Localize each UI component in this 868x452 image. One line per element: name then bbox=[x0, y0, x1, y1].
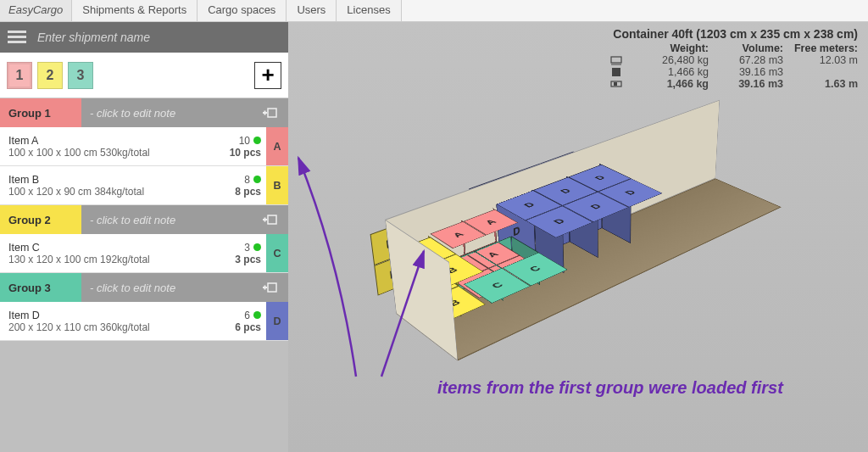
group-tab-1[interactable]: 1 bbox=[7, 62, 32, 89]
item-dims: 100 x 120 x 90 cm 384kg/total bbox=[8, 186, 212, 198]
stat-free bbox=[790, 66, 858, 78]
item-count: 8 bbox=[244, 174, 250, 186]
annotation-text: items from the first group were loaded f… bbox=[437, 378, 783, 398]
shipment-bar: Enter shipment name bbox=[0, 22, 288, 53]
item-main[interactable]: Item C130 x 120 x 100 cm 192kg/total bbox=[0, 234, 220, 272]
group-header: Group 1- click to edit note bbox=[0, 98, 288, 127]
item-count: 6 bbox=[244, 310, 250, 321]
item-count: 10 bbox=[239, 135, 250, 147]
svg-rect-0 bbox=[8, 31, 26, 33]
status-dot-icon bbox=[253, 243, 261, 251]
svg-rect-6 bbox=[268, 215, 276, 224]
stat-weight: 26,480 kg bbox=[632, 54, 709, 66]
scene-3d: BBBBBBBBAAAAAAAAAAAACCCCDDDDDDDDDDDD bbox=[407, 141, 814, 412]
item-dims: 200 x 120 x 110 cm 360kg/total bbox=[8, 321, 212, 333]
svg-rect-15 bbox=[612, 68, 620, 76]
item-count: 3 bbox=[244, 242, 250, 254]
item-pcs: 10 pcs bbox=[230, 147, 261, 159]
group-title[interactable]: Group 2 bbox=[0, 205, 81, 234]
svg-rect-13 bbox=[611, 57, 621, 63]
group-note-input[interactable]: - click to edit note bbox=[81, 273, 254, 302]
nav-item-users[interactable]: Users bbox=[287, 0, 337, 21]
stat-capacity-icon bbox=[607, 54, 626, 66]
group-add-item-button[interactable] bbox=[254, 273, 288, 302]
container-title: Container 40ft (1203 cm x 235 cm x 238 c… bbox=[607, 27, 858, 41]
item-dims: 130 x 120 x 100 cm 192kg/total bbox=[8, 254, 212, 265]
viewport-3d[interactable]: Container 40ft (1203 cm x 235 cm x 238 c… bbox=[288, 22, 868, 452]
stat-weight: 1,466 kg bbox=[632, 66, 709, 78]
item-qty: 66 pcs bbox=[220, 302, 266, 340]
item-name: Item A bbox=[8, 135, 212, 147]
group-tab-2[interactable]: 2 bbox=[37, 62, 63, 89]
group-header: Group 3- click to edit note bbox=[0, 273, 288, 302]
item-row[interactable]: Item D200 x 120 x 110 cm 360kg/total66 p… bbox=[0, 302, 288, 341]
status-dot-icon bbox=[253, 137, 261, 144]
item-row[interactable]: Item A100 x 100 x 100 cm 530kg/total1010… bbox=[0, 127, 288, 166]
group-add-item-button[interactable] bbox=[254, 98, 288, 127]
group-title[interactable]: Group 3 bbox=[0, 273, 81, 302]
nav-item-shipments-reports[interactable]: Shipments & Reports bbox=[72, 0, 198, 21]
item-pcs: 3 pcs bbox=[235, 254, 261, 265]
shipment-name-input[interactable]: Enter shipment name bbox=[34, 31, 288, 44]
stat-volume: 67.28 m3 bbox=[715, 54, 783, 66]
item-qty: 33 pcs bbox=[220, 234, 266, 272]
status-dot-icon bbox=[253, 176, 261, 183]
item-row[interactable]: Item C130 x 120 x 100 cm 192kg/total33 p… bbox=[0, 234, 288, 273]
group-tab-3[interactable]: 3 bbox=[68, 62, 93, 89]
group-tabs-row: 123 + bbox=[0, 53, 288, 98]
item-pcs: 8 pcs bbox=[235, 186, 261, 198]
item-qty: 88 pcs bbox=[220, 166, 266, 204]
svg-rect-3 bbox=[268, 109, 276, 117]
status-dot-icon bbox=[253, 311, 261, 319]
brand-label: EasyCargo bbox=[0, 0, 72, 21]
stat-weight: 1,466 kg bbox=[632, 78, 709, 90]
item-dims: 100 x 100 x 100 cm 530kg/total bbox=[8, 147, 212, 159]
group-add-item-button[interactable] bbox=[254, 205, 288, 234]
group-header: Group 2- click to edit note bbox=[0, 205, 288, 234]
group-title[interactable]: Group 1 bbox=[0, 98, 81, 127]
item-name: Item B bbox=[8, 174, 212, 186]
item-tag[interactable]: B bbox=[266, 166, 288, 204]
item-main[interactable]: Item D200 x 120 x 110 cm 360kg/total bbox=[0, 302, 220, 340]
left-panel: Enter shipment name 123 + Group 1- click… bbox=[0, 22, 288, 452]
item-tag[interactable]: A bbox=[266, 127, 288, 165]
menu-icon[interactable] bbox=[0, 22, 34, 53]
item-name: Item D bbox=[8, 310, 212, 321]
item-row[interactable]: Item B100 x 120 x 90 cm 384kg/total88 pc… bbox=[0, 166, 288, 205]
group-note-input[interactable]: - click to edit note bbox=[81, 205, 254, 234]
stat-free: 12.03 m bbox=[790, 54, 858, 66]
item-main[interactable]: Item B100 x 120 x 90 cm 384kg/total bbox=[0, 166, 220, 204]
svg-rect-1 bbox=[8, 36, 26, 38]
item-tag[interactable]: D bbox=[266, 302, 288, 340]
stat-block-icon bbox=[607, 66, 626, 78]
stat-volume: 39.16 m3 bbox=[715, 66, 783, 78]
item-name: Item C bbox=[8, 242, 212, 254]
svg-rect-17 bbox=[614, 82, 617, 86]
svg-rect-2 bbox=[8, 41, 26, 43]
item-main[interactable]: Item A100 x 100 x 100 cm 530kg/total bbox=[0, 127, 220, 165]
svg-rect-9 bbox=[268, 283, 276, 292]
item-tag[interactable]: C bbox=[266, 234, 288, 272]
nav-item-cargo-spaces[interactable]: Cargo spaces bbox=[198, 0, 287, 21]
group-note-input[interactable]: - click to edit note bbox=[81, 98, 254, 127]
item-qty: 1010 pcs bbox=[220, 127, 266, 165]
stat-free: 1.63 m bbox=[790, 78, 858, 90]
container-stats: Container 40ft (1203 cm x 235 cm x 238 c… bbox=[607, 27, 858, 90]
top-nav: EasyCargo Shipments & ReportsCargo space… bbox=[0, 0, 868, 22]
add-group-button[interactable]: + bbox=[254, 62, 281, 89]
item-pcs: 6 pcs bbox=[235, 321, 261, 333]
stat-loaded-icon bbox=[607, 78, 626, 90]
nav-item-licenses[interactable]: Licenses bbox=[337, 0, 401, 21]
stat-volume: 39.16 m3 bbox=[715, 78, 783, 90]
